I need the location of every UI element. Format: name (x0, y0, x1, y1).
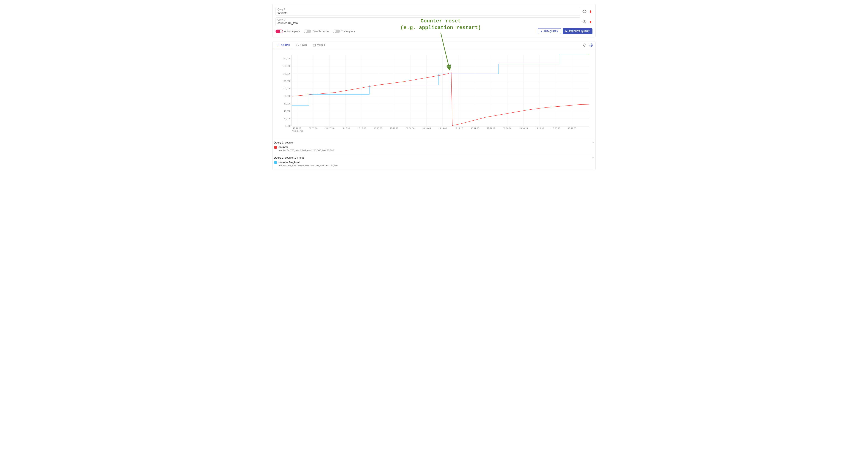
svg-text:15:20:15: 15:20:15 (519, 127, 528, 130)
visibility-icon[interactable] (583, 9, 586, 13)
tab-label: GRAPH (281, 44, 290, 47)
svg-text:15:17:45: 15:17:45 (358, 127, 366, 130)
svg-text:15:19:15: 15:19:15 (455, 127, 463, 130)
query-input-wrap[interactable]: Query 2 (276, 18, 580, 26)
legend-section-2: Query 2: counter:1m_total (274, 154, 594, 160)
svg-text:15:18:45: 15:18:45 (422, 127, 431, 130)
add-query-button[interactable]: + ADD QUERY (538, 28, 561, 34)
code-icon (296, 44, 299, 47)
svg-text:15:18:30: 15:18:30 (406, 127, 414, 130)
button-label: ADD QUERY (544, 30, 558, 33)
svg-text:15:21:00: 15:21:00 (568, 127, 576, 130)
button-label: EXECUTE QUERY (568, 30, 590, 33)
controls-row: Autocomplete Disable cache Trace query +… (276, 28, 592, 34)
tab-graph[interactable]: GRAPH (273, 41, 293, 49)
svg-text:40,000: 40,000 (284, 110, 290, 112)
svg-text:15:18:00: 15:18:00 (374, 127, 382, 130)
legend: Query 1: counter counter median:24,700, … (273, 136, 595, 170)
svg-point-5 (591, 45, 592, 46)
svg-text:60,000: 60,000 (284, 103, 290, 105)
legend-query-name: counter (285, 141, 293, 144)
legend-series-name: counter (279, 146, 334, 149)
tabs: GRAPH JSON TABLE (273, 41, 595, 49)
svg-text:80,000: 80,000 (284, 95, 290, 97)
svg-text:15:19:45: 15:19:45 (487, 127, 495, 130)
legend-item[interactable]: counter:1m_total median:166,500, min:55,… (274, 160, 594, 168)
query-label: Query 2 (277, 19, 579, 21)
legend-series-stats: median:166,500, min:55,880, max:192,600,… (279, 164, 338, 167)
svg-text:160,000: 160,000 (283, 65, 291, 67)
buttons: + ADD QUERY ▶ EXECUTE QUERY (538, 28, 592, 34)
svg-text:15:19:30: 15:19:30 (471, 127, 479, 130)
svg-text:15:19:00: 15:19:00 (438, 127, 447, 130)
svg-text:20,000: 20,000 (284, 117, 290, 120)
svg-rect-2 (313, 44, 316, 46)
tab-label: JSON (300, 44, 307, 47)
play-icon: ▶ (565, 30, 567, 33)
legend-query-label: Query 1: (274, 141, 284, 144)
legend-series-stats: median:24,700, min:1,662, max:143,000, l… (279, 149, 334, 152)
toggle-disable-cache[interactable]: Disable cache (304, 30, 329, 33)
svg-point-1 (584, 21, 585, 23)
toggle-label: Trace query (341, 30, 355, 33)
switch-icon[interactable] (276, 30, 283, 33)
results-panel: GRAPH JSON TABLE Counter reset (e.g. app… (272, 41, 596, 170)
execute-query-button[interactable]: ▶ EXECUTE QUERY (563, 28, 592, 34)
switch-icon[interactable] (333, 30, 340, 33)
svg-point-0 (584, 11, 585, 12)
gear-icon[interactable] (588, 41, 595, 49)
svg-text:15:18:15: 15:18:15 (390, 127, 398, 130)
query-row-1: Query 1 (276, 7, 592, 16)
legend-item[interactable]: counter median:24,700, min:1,662, max:14… (274, 144, 594, 153)
legend-query-name: counter:1m_total (285, 156, 304, 159)
query-label: Query 1 (277, 8, 579, 10)
visibility-icon[interactable] (583, 20, 586, 24)
tab-table[interactable]: TABLE (310, 41, 328, 49)
toggle-label: Disable cache (312, 30, 329, 33)
chevron-up-icon[interactable] (591, 141, 594, 144)
tab-label: TABLE (317, 44, 326, 47)
query-input-wrap[interactable]: Query 1 (276, 7, 580, 16)
switch-icon[interactable] (304, 30, 311, 33)
toggle-trace-query[interactable]: Trace query (333, 30, 355, 33)
delete-icon[interactable] (589, 20, 592, 24)
legend-query-label: Query 2: (274, 156, 284, 159)
svg-text:15:17:30: 15:17:30 (342, 127, 350, 130)
lightbulb-icon[interactable] (581, 41, 588, 49)
svg-text:15:20:45: 15:20:45 (552, 127, 560, 130)
toggle-label: Autocomplete (284, 30, 300, 33)
table-icon (313, 44, 316, 47)
query-input-2[interactable] (277, 21, 579, 25)
svg-text:15:16:45: 15:16:45 (293, 127, 301, 130)
toggle-autocomplete[interactable]: Autocomplete (276, 30, 300, 33)
legend-series-name: counter:1m_total (279, 161, 338, 164)
query-panel: Query 1 Query 2 (272, 4, 596, 37)
svg-text:15:20:00: 15:20:00 (503, 127, 512, 130)
legend-swatch (274, 146, 277, 149)
svg-text:15:20:30: 15:20:30 (535, 127, 544, 130)
legend-swatch (274, 161, 277, 164)
legend-section-1: Query 1: counter (274, 139, 594, 144)
svg-text:15:17:15: 15:17:15 (326, 127, 334, 130)
svg-text:140,000: 140,000 (283, 73, 291, 75)
tab-json[interactable]: JSON (293, 41, 310, 49)
svg-text:120,000: 120,000 (283, 80, 291, 82)
svg-text:2023-04-13: 2023-04-13 (291, 130, 303, 132)
query-row-2: Query 2 (276, 18, 592, 26)
chevron-up-icon[interactable] (591, 156, 594, 160)
toggles: Autocomplete Disable cache Trace query (276, 30, 355, 33)
chart-line-icon (276, 44, 279, 47)
svg-text:100,000: 100,000 (283, 87, 291, 90)
chart: 0.00020,00040,00060,00080,000100,000120,… (273, 49, 595, 136)
svg-text:15:17:00: 15:17:00 (309, 127, 317, 130)
chart-svg: 0.00020,00040,00060,00080,000100,000120,… (274, 53, 594, 135)
svg-text:180,000: 180,000 (283, 57, 291, 60)
delete-icon[interactable] (589, 9, 592, 13)
plus-icon: + (541, 30, 542, 33)
svg-text:0.000: 0.000 (285, 125, 290, 127)
query-input-1[interactable] (277, 10, 579, 14)
